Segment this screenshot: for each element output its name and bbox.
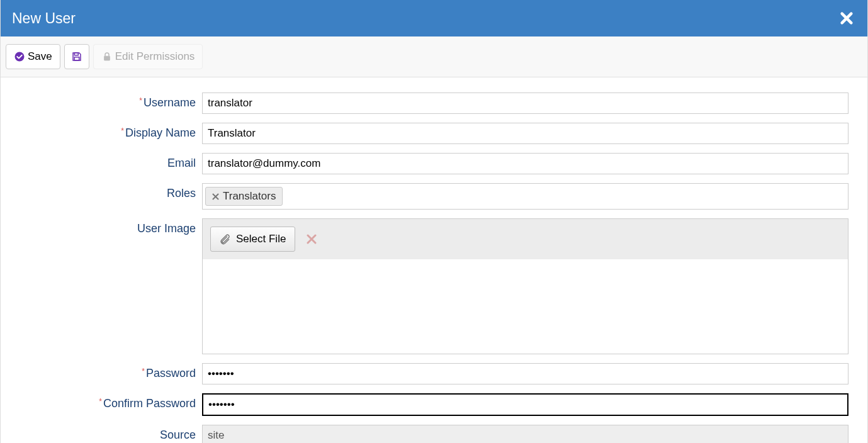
source-label: Source — [20, 425, 202, 442]
svg-rect-2 — [74, 57, 79, 60]
confirm-password-label: *Confirm Password — [20, 393, 202, 410]
user-image-preview — [203, 259, 848, 354]
display-name-input[interactable] — [202, 123, 848, 144]
check-circle-icon — [14, 51, 25, 62]
new-user-dialog: New User Save Edit — [0, 0, 868, 443]
svg-point-0 — [15, 52, 25, 62]
password-row: *Password — [20, 363, 848, 384]
roles-row: Roles Translators — [20, 183, 848, 210]
toolbar: Save Edit Permissions — [1, 36, 867, 77]
username-input[interactable] — [202, 93, 848, 114]
edit-permissions-button: Edit Permissions — [93, 44, 203, 69]
edit-permissions-label: Edit Permissions — [115, 50, 195, 63]
required-marker: * — [142, 367, 145, 376]
select-file-label: Select File — [236, 233, 286, 245]
close-icon — [840, 11, 854, 25]
email-row: Email — [20, 153, 848, 174]
clear-image-button[interactable] — [300, 228, 323, 250]
save-button-label: Save — [28, 50, 52, 63]
svg-rect-3 — [104, 56, 110, 60]
svg-rect-1 — [74, 53, 78, 55]
user-image-box: Select File — [202, 218, 848, 354]
password-input[interactable] — [202, 363, 848, 384]
display-name-row: *Display Name — [20, 123, 848, 144]
required-marker: * — [121, 126, 124, 135]
x-icon — [307, 234, 317, 244]
roles-label: Roles — [20, 183, 202, 200]
role-tag: Translators — [205, 187, 283, 206]
confirm-password-row: *Confirm Password — [20, 393, 848, 416]
password-label: *Password — [20, 363, 202, 380]
source-input — [202, 425, 848, 443]
paperclip-icon — [220, 233, 231, 245]
x-icon — [212, 193, 219, 200]
floppy-disk-icon — [71, 51, 82, 62]
dialog-title: New User — [12, 10, 76, 27]
save-button[interactable]: Save — [6, 44, 60, 69]
form: *Username *Display Name Email Ro — [1, 77, 867, 443]
username-label: *Username — [20, 93, 202, 109]
role-tag-remove[interactable] — [212, 193, 219, 200]
close-button[interactable] — [837, 9, 856, 28]
confirm-password-input[interactable] — [202, 393, 848, 416]
required-marker: * — [139, 96, 142, 105]
select-file-button[interactable]: Select File — [210, 227, 295, 252]
roles-input[interactable]: Translators — [202, 183, 848, 210]
role-tag-label: Translators — [223, 190, 276, 203]
email-input[interactable] — [202, 153, 848, 174]
user-image-row: User Image Select File — [20, 218, 848, 354]
required-marker: * — [99, 397, 102, 406]
email-label: Email — [20, 153, 202, 170]
display-name-label: *Display Name — [20, 123, 202, 140]
source-row: Source — [20, 425, 848, 443]
dialog-titlebar: New User — [1, 0, 867, 36]
user-image-toolbar: Select File — [203, 219, 848, 259]
apply-changes-button[interactable] — [64, 44, 89, 69]
user-image-label: User Image — [20, 218, 202, 235]
lock-icon — [101, 51, 113, 62]
username-row: *Username — [20, 93, 848, 114]
